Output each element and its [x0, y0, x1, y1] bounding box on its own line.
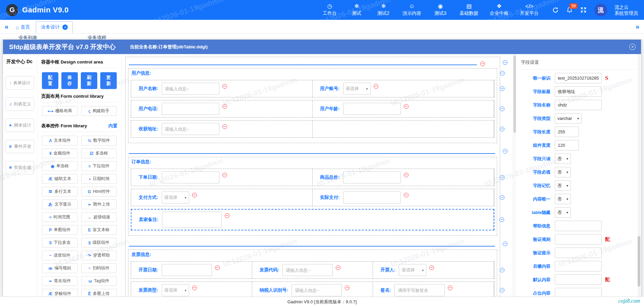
remove-row-icon[interactable] — [500, 86, 504, 91]
canvas-field-input[interactable] — [343, 103, 401, 115]
remove-field-icon[interactable] — [215, 265, 220, 270]
library-item[interactable]: 〓多行文本 — [42, 187, 78, 196]
dev-nav-item[interactable]: ★脚本设计 — [6, 119, 34, 132]
field-cell[interactable]: 用户年龄: — [313, 100, 494, 117]
configure-link[interactable]: 配 — [605, 236, 610, 243]
canvas-field-input[interactable] — [162, 264, 212, 276]
library-item[interactable]: ◉单选框 — [42, 161, 78, 171]
canvas-field-input[interactable] — [291, 284, 342, 296]
remove-field-icon[interactable] — [404, 104, 409, 109]
remove-row-icon[interactable] — [500, 71, 505, 76]
dev-nav-item[interactable]: ❋安装生成 — [6, 161, 34, 174]
user-avatar[interactable]: 流 — [594, 4, 607, 16]
update-button[interactable]: 更新 — [100, 72, 117, 89]
modal-close-icon[interactable]: × — [629, 44, 636, 50]
remove-field-icon[interactable] — [222, 84, 227, 89]
canvas-scrollbar-thumb[interactable] — [514, 55, 516, 133]
tabs-scroll-right-icon[interactable]: » — [636, 23, 639, 31]
library-item[interactable]: ➣签名组件 — [42, 276, 78, 286]
grid-row[interactable]: 支付方式:请选择▾实际支付: — [131, 189, 494, 206]
remove-row-icon[interactable] — [503, 149, 507, 154]
remove-row-icon[interactable] — [500, 127, 504, 131]
remove-field-icon[interactable] — [222, 124, 227, 129]
canvas-field-select[interactable]: 请选择▾ — [399, 264, 426, 276]
remove-field-icon[interactable] — [429, 265, 434, 270]
library-item[interactable]: ωTag组件 — [81, 276, 117, 286]
remove-field-icon[interactable] — [374, 84, 378, 89]
field-cell[interactable]: 卖家备注: — [131, 210, 494, 230]
remove-field-icon[interactable] — [222, 173, 227, 177]
canvas-field-input[interactable] — [162, 83, 219, 95]
canvas-field-textarea[interactable] — [162, 212, 222, 228]
layout-button[interactable]: ⟷栅格布局 — [42, 106, 78, 116]
tab-business-design[interactable]: 业务设计 × — [36, 21, 73, 33]
library-item[interactable]: E富文本框 — [81, 225, 117, 235]
library-item[interactable]: Ê多图上传 — [81, 289, 117, 297]
divider-component[interactable] — [128, 239, 497, 248]
top-nav-item[interactable]: ❄测试2 — [376, 3, 391, 16]
dev-nav-item[interactable]: ↑表单设计 — [6, 76, 34, 90]
library-item[interactable]: ➢附件上传 — [81, 200, 117, 209]
top-nav-item[interactable]: ◉测试3 — [433, 3, 448, 16]
field-cell[interactable]: 下单日期: — [131, 169, 313, 186]
field-setting-input[interactable] — [555, 221, 602, 231]
configure-link[interactable]: 配 — [605, 276, 610, 283]
canvas-field-input[interactable] — [394, 284, 445, 296]
field-cell[interactable]: 用户名称: — [131, 80, 313, 97]
library-item[interactable]: ↔超级链接 — [81, 212, 117, 222]
remove-field-icon[interactable] — [404, 173, 409, 177]
field-setting-input[interactable] — [555, 234, 602, 245]
top-nav-item[interactable]: ❖企业中枢 — [490, 3, 508, 16]
grid-row[interactable]: 收获地址: — [131, 120, 494, 138]
form-group[interactable]: 订单信息:下单日期:商品总价:支付方式:请选择▾实际支付:卖家备注: — [128, 157, 497, 236]
field-setting-select[interactable]: 否▾ — [555, 180, 571, 191]
remove-field-icon[interactable] — [192, 193, 197, 198]
refresh-button[interactable]: 刷新 — [81, 72, 97, 89]
library-item[interactable]: GHtml控件 — [81, 187, 117, 196]
panel-scrollbar[interactable] — [638, 54, 640, 297]
top-nav-item[interactable]: </>开发平台 — [520, 3, 539, 16]
field-setting-select[interactable]: varchar▾ — [555, 113, 582, 124]
field-cell[interactable]: 纳税人识别号: — [252, 282, 373, 297]
background-tab-business-list[interactable]: 业务列表 — [18, 35, 37, 39]
user-info[interactable]: 流之云 系统管理员 — [614, 4, 638, 16]
remove-row-icon[interactable] — [500, 106, 504, 111]
grid-row[interactable]: 用户名称:用户账号:请选择▾ — [131, 80, 494, 97]
library-item[interactable]: Æ穿梭组件 — [42, 289, 78, 297]
remove-row-icon[interactable] — [503, 242, 507, 246]
background-tab-business-flow[interactable]: 业务流程 — [88, 35, 106, 39]
library-item[interactable]: ½数字组件 — [81, 136, 117, 145]
canvas-field-select[interactable]: 请选择▾ — [162, 284, 189, 296]
library-item[interactable]: ☑多选框 — [81, 148, 117, 158]
canvas-scrollbar[interactable] — [513, 54, 516, 297]
field-setting-select[interactable]: 否▾ — [555, 154, 571, 164]
divider-component[interactable] — [128, 146, 497, 156]
field-setting-select[interactable]: 否▾ — [555, 194, 571, 204]
remove-row-icon[interactable] — [503, 60, 507, 65]
field-cell[interactable] — [313, 121, 494, 137]
dev-nav-item[interactable]: ♛事件开发 — [6, 140, 34, 153]
field-cell[interactable]: 收获地址: — [131, 121, 313, 137]
field-cell[interactable]: 开票人:请选择▾ — [373, 262, 494, 278]
divider-component[interactable] — [128, 58, 497, 67]
field-cell[interactable]: 发票代码: — [252, 262, 373, 278]
field-setting-input[interactable] — [555, 261, 602, 271]
grid-row[interactable]: 用户电话:用户年龄: — [131, 100, 494, 118]
tab-home[interactable]: ⌂ 首页 — [16, 24, 30, 30]
field-setting-input[interactable] — [555, 100, 602, 110]
form-group[interactable]: 用户信息:用户名称:用户账号:请选择▾用户电话:用户年龄:收获地址: — [128, 68, 497, 143]
field-setting-input[interactable] — [555, 288, 602, 297]
library-item[interactable]: ↷穿透帮助 — [81, 251, 117, 260]
grid-row[interactable]: 开票日期:发票代码:开票人:请选择▾ — [131, 261, 494, 279]
layout-button[interactable]: ς构建助手 — [81, 106, 117, 116]
canvas-field-select[interactable]: 请选择▾ — [162, 191, 189, 204]
field-setting-input[interactable] — [555, 127, 579, 137]
library-item[interactable]: ◑日期时间 — [81, 174, 117, 184]
field-setting-input[interactable] — [555, 73, 602, 83]
field-setting-select[interactable]: 否▾ — [555, 207, 571, 218]
dev-nav-item[interactable]: ♫列表定义 — [6, 97, 34, 111]
field-setting-input[interactable] — [555, 86, 602, 97]
canvas-field-input[interactable] — [162, 123, 219, 135]
remove-row-icon[interactable] — [500, 195, 504, 200]
canvas-field-input[interactable] — [343, 191, 401, 204]
